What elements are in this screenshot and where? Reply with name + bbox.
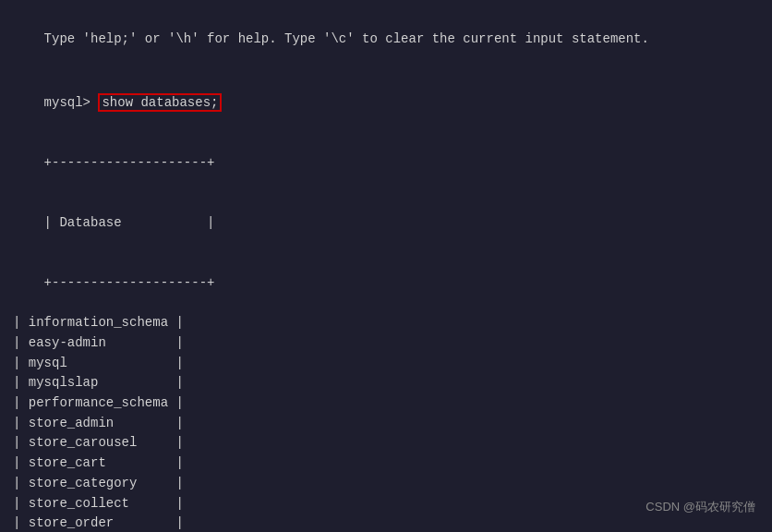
list-item: | performance_schema | [13, 393, 759, 414]
terminal-window: Type 'help;' or '\h' for help. Type '\c'… [0, 0, 772, 532]
list-item: | mysql | [13, 354, 759, 374]
list-item: | easy-admin | [13, 333, 759, 354]
command-1-highlight: show databases; [98, 93, 222, 112]
watermark: CSDN @码农研究僧 [645, 499, 755, 515]
list-item: | information_schema | [13, 313, 759, 333]
list-item: | mysqlslap | [13, 373, 759, 393]
list-item: | store_cart | [13, 453, 759, 474]
table-top: +--------------------+ [13, 133, 759, 193]
list-item: | store_category | [13, 474, 759, 494]
list-item: | store_carousel | [13, 433, 759, 453]
list-item: | store_admin | [13, 414, 759, 434]
prompt-1: mysql> [44, 95, 99, 110]
command-line-1: mysql> show databases; [13, 73, 759, 133]
help-line: Type 'help;' or '\h' for help. Type '\c'… [13, 9, 759, 69]
table-header: | Database | [13, 193, 759, 253]
table-sep: +--------------------+ [13, 253, 759, 313]
list-item: | store_order | [13, 514, 759, 532]
